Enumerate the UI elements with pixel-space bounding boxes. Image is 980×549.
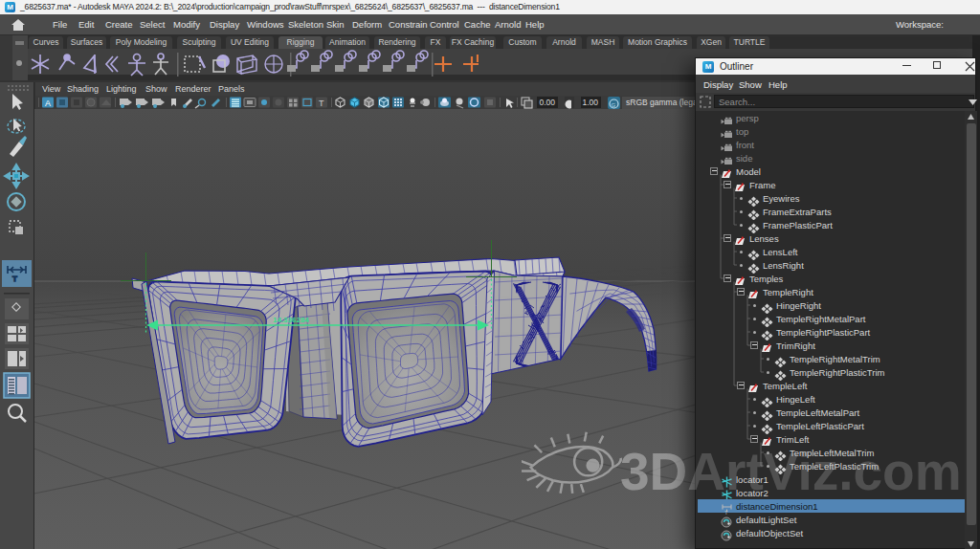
svg-text:G: G bbox=[612, 101, 616, 107]
svg-text:A: A bbox=[45, 99, 51, 108]
svg-text:T: T bbox=[319, 99, 324, 108]
svg-text:14.336284: 14.336284 bbox=[273, 316, 309, 324]
svg-text:T: T bbox=[12, 274, 17, 283]
